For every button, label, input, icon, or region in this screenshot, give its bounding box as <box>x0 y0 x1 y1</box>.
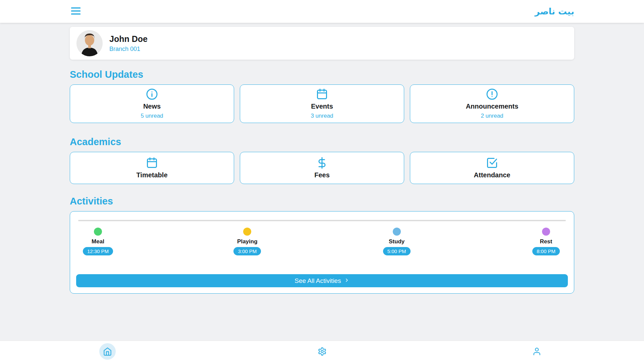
events-unread-badge: 3 unread <box>311 113 333 119</box>
activity-time-badge: 3:00 PM <box>233 247 261 255</box>
avatar <box>76 30 103 56</box>
activity-label: Meal <box>92 238 104 245</box>
rest-dot <box>542 228 550 236</box>
section-title-activities: Activities <box>70 196 574 207</box>
bottom-nav <box>0 341 644 362</box>
user-name: John Doe <box>109 34 148 44</box>
top-bar: بيت ناصر <box>0 0 644 23</box>
nav-item-home[interactable] <box>0 341 215 362</box>
calendar-icon <box>146 157 158 169</box>
home-icon <box>99 343 116 360</box>
study-dot <box>393 228 401 236</box>
timeline-track <box>78 220 566 221</box>
activity-item-playing: Playing 3:00 PM <box>229 228 266 255</box>
activity-item-rest: Rest 8:00 PM <box>528 228 565 255</box>
announcements-card-label: Announcements <box>466 103 519 110</box>
meal-dot <box>94 228 102 236</box>
nav-item-settings[interactable] <box>215 341 429 362</box>
check-square-icon <box>486 157 498 169</box>
alert-icon <box>486 88 498 100</box>
fees-card-label: Fees <box>314 171 330 179</box>
timetable-card-label: Timetable <box>137 171 168 179</box>
dollar-icon <box>316 157 328 169</box>
news-card[interactable]: News 5 unread <box>70 84 234 123</box>
activity-label: Study <box>389 238 405 245</box>
activity-label: Playing <box>237 238 257 245</box>
activity-label: Rest <box>540 238 552 245</box>
events-card[interactable]: Events 3 unread <box>240 84 404 123</box>
calendar-icon <box>316 88 328 100</box>
timetable-card[interactable]: Timetable <box>70 152 234 184</box>
info-icon <box>146 88 158 100</box>
attendance-card[interactable]: Attendance <box>410 152 574 184</box>
activity-item-meal: Meal 12:30 PM <box>79 228 116 255</box>
user-branch: Branch 001 <box>109 46 148 53</box>
section-title-academics: Academics <box>70 136 574 147</box>
nav-item-profile[interactable] <box>429 341 644 362</box>
activity-row: Meal 12:30 PM Playing 3:00 PM Study 5:00… <box>76 228 568 255</box>
news-unread-badge: 5 unread <box>141 113 163 119</box>
activity-item-study: Study 5:00 PM <box>378 228 415 255</box>
user-profile-card: John Doe Branch 001 <box>70 27 574 60</box>
see-all-activities-label: See All Activities <box>294 277 341 285</box>
hamburger-menu-icon <box>71 7 80 16</box>
see-all-activities-button[interactable]: See All Activities <box>76 274 568 287</box>
activities-card: Meal 12:30 PM Playing 3:00 PM Study 5:00… <box>70 211 574 294</box>
announcements-card[interactable]: Announcements 2 unread <box>410 84 574 123</box>
hamburger-menu-button[interactable] <box>70 6 82 17</box>
announcements-unread-badge: 2 unread <box>481 113 503 119</box>
playing-dot <box>243 228 251 236</box>
section-title-school-updates: School Updates <box>70 69 574 80</box>
gear-icon <box>314 343 330 360</box>
academics-row: Timetable Fees Attendance <box>70 152 574 184</box>
user-info: John Doe Branch 001 <box>109 34 148 53</box>
chevron-right-icon <box>344 277 350 285</box>
news-card-label: News <box>143 103 161 110</box>
main-content: John Doe Branch 001 School Updates News … <box>70 27 574 294</box>
activity-time-badge: 12:30 PM <box>83 247 113 255</box>
person-icon <box>529 343 545 360</box>
attendance-card-label: Attendance <box>474 171 511 179</box>
events-card-label: Events <box>311 103 333 110</box>
activity-time-badge: 8:00 PM <box>532 247 560 255</box>
school-updates-row: News 5 unread Events 3 unread <box>70 84 574 123</box>
app-title: بيت ناصر <box>535 6 574 16</box>
activity-time-badge: 5:00 PM <box>383 247 411 255</box>
fees-card[interactable]: Fees <box>240 152 404 184</box>
